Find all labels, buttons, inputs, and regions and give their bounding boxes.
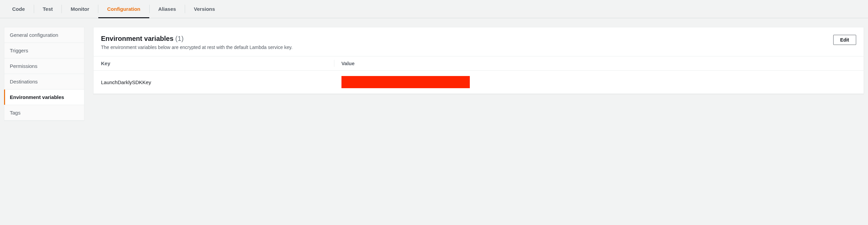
panel-description: The environment variables below are encr… [101,45,292,50]
tab-label: Versions [194,6,215,12]
tab-label: Aliases [158,6,176,12]
sidebar-item-tags[interactable]: Tags [4,105,84,121]
main-layout: General configuration Triggers Permissio… [0,18,868,125]
tab-label: Test [43,6,53,12]
table-row[interactable]: LaunchDarklySDKKey [94,71,864,94]
sidebar-item-label: Permissions [10,63,37,69]
tab-bar: Code Test Monitor Configuration Aliases … [0,0,868,18]
cell-value [334,71,864,94]
panel-heading-block: Environment variables (1) The environmen… [101,35,292,50]
sidebar-item-label: Triggers [10,48,28,53]
sidebar-item-destinations[interactable]: Destinations [4,74,84,90]
sidebar-item-permissions[interactable]: Permissions [4,58,84,74]
sidebar-item-label: Tags [10,110,21,116]
tab-code[interactable]: Code [3,0,34,18]
column-header-key[interactable]: Key [94,56,334,71]
tab-configuration[interactable]: Configuration [98,0,149,18]
header-label: Key [101,60,110,66]
sidebar-item-label: Destinations [10,79,38,84]
cell-text: LaunchDarklySDKKey [101,79,151,85]
redacted-value [341,76,470,88]
sidebar-item-label: General configuration [10,32,58,38]
sidebar-item-triggers[interactable]: Triggers [4,43,84,58]
config-sidebar: General configuration Triggers Permissio… [4,27,84,121]
tab-label: Monitor [71,6,89,12]
sidebar-item-environment-variables[interactable]: Environment variables [4,90,84,105]
sidebar-item-general-configuration[interactable]: General configuration [4,27,84,43]
panel-title-text: Environment variables [101,35,174,42]
panel-count: (1) [175,35,183,42]
panel-title: Environment variables (1) [101,35,292,43]
sidebar-item-label: Environment variables [10,94,64,100]
edit-button[interactable]: Edit [833,35,856,45]
panel-header: Environment variables (1) The environmen… [94,27,864,56]
tab-aliases[interactable]: Aliases [150,0,185,18]
tab-label: Configuration [107,6,140,12]
env-vars-table: Key Value LaunchDarklySDKKey [94,56,864,94]
tab-monitor[interactable]: Monitor [62,0,98,18]
cell-key: LaunchDarklySDKKey [94,71,334,94]
header-label: Value [341,60,355,66]
tab-test[interactable]: Test [34,0,62,18]
column-header-value[interactable]: Value [334,56,864,71]
tab-label: Code [12,6,25,12]
tab-versions[interactable]: Versions [185,0,224,18]
environment-variables-panel: Environment variables (1) The environmen… [93,27,864,94]
